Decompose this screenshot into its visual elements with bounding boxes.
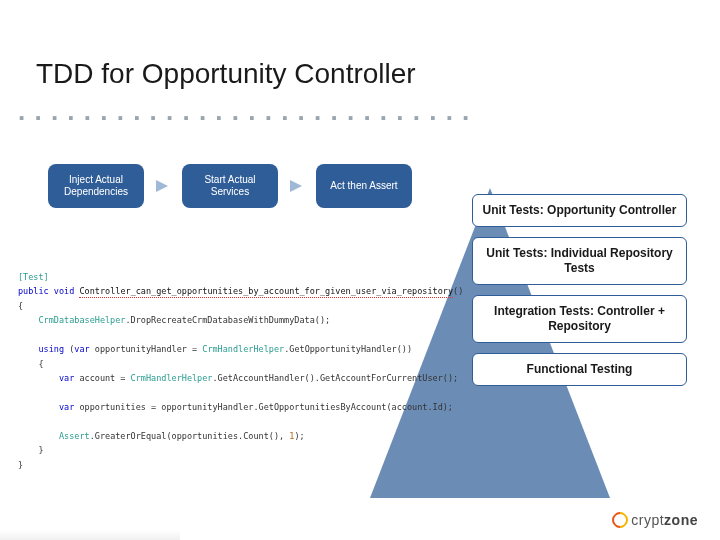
code-keyword: var [18, 402, 74, 412]
code-text: { [18, 301, 23, 311]
code-keyword: public [18, 286, 49, 296]
logo-text-part1: crypt [631, 512, 664, 528]
svg-marker-1 [290, 180, 302, 192]
flow-steps: Inject Actual Dependencies Start Actual … [48, 164, 412, 208]
code-method-name: Controller_can_get_opportunities_by_acco… [79, 286, 453, 298]
code-text: } [18, 445, 44, 455]
code-text: account = [74, 373, 130, 383]
svg-marker-0 [156, 180, 168, 192]
test-pyramid: Unit Tests: Opportunity Controller Unit … [370, 188, 690, 498]
arrow-right-icon [154, 177, 172, 195]
code-text: .DropRecreateCrmDatabaseWithDummyData(); [125, 315, 330, 325]
footer-decoration [0, 530, 180, 540]
code-type: Assert [18, 431, 90, 441]
code-text: { [18, 359, 44, 369]
logo-ring-icon [609, 509, 632, 532]
code-type: CrmDatabaseHelper [18, 315, 125, 325]
logo-text-part2: zone [664, 512, 698, 528]
code-text: .GetAccountHandler().GetAccountForCurren… [212, 373, 458, 383]
code-text: .GetOpportunityHandler()) [284, 344, 412, 354]
code-text: opportunityHandler = [90, 344, 203, 354]
brand-logo: cryptzone [612, 512, 698, 528]
page-title: TDD for Opportunity Controller [36, 58, 416, 90]
code-text: } [18, 460, 23, 470]
arrow-right-icon [288, 177, 306, 195]
code-attribute: [Test] [18, 272, 49, 282]
code-keyword: using [18, 344, 64, 354]
pyramid-level-1: Unit Tests: Opportunity Controller [472, 194, 687, 227]
pyramid-labels: Unit Tests: Opportunity Controller Unit … [472, 194, 687, 386]
code-snippet: [Test] public void Controller_can_get_op… [18, 270, 418, 472]
code-text: opportunities = opportunityHandler.GetOp… [74, 402, 453, 412]
flow-step-2: Start Actual Services [182, 164, 278, 208]
pyramid-level-2: Unit Tests: Individual Repository Tests [472, 237, 687, 285]
pyramid-level-3: Integration Tests: Controller + Reposito… [472, 295, 687, 343]
code-type: CrmHandlerHelper [131, 373, 213, 383]
logo-text: cryptzone [631, 512, 698, 528]
code-keyword: void [54, 286, 74, 296]
divider-dots: . . . . . . . . . . . . . . . . . . . . … [18, 96, 478, 127]
code-text: ); [294, 431, 304, 441]
code-type: CrmHandlerHelper [202, 344, 284, 354]
pyramid-level-4: Functional Testing [472, 353, 687, 386]
code-text: () [453, 286, 463, 296]
code-keyword: var [74, 344, 89, 354]
flow-step-1: Inject Actual Dependencies [48, 164, 144, 208]
code-keyword: var [18, 373, 74, 383]
code-text: .GreaterOrEqual(opportunities.Count(), [90, 431, 290, 441]
